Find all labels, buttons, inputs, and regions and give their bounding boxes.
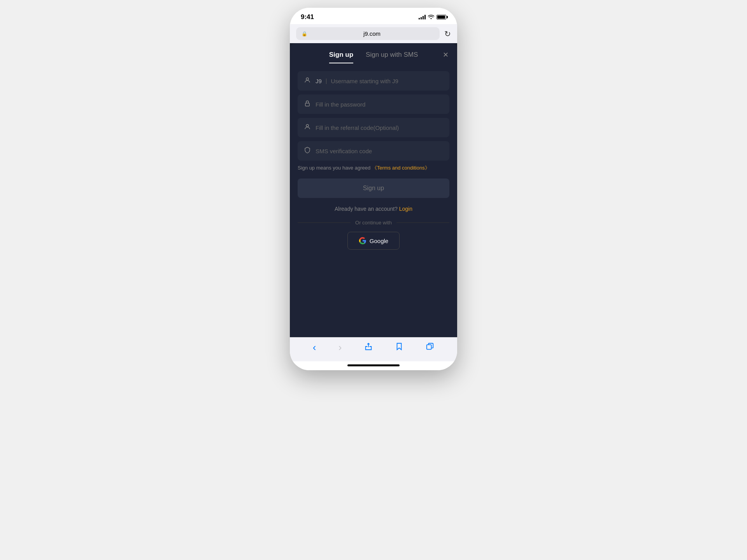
sms-input[interactable] [316,148,443,154]
sms-field-group [298,141,449,161]
username-prefix: J9 [316,78,322,84]
main-content: ✕ Sign up Sign up with SMS J9 | [290,43,457,337]
input-divider: | [326,78,327,84]
signup-button[interactable]: Sign up [298,178,449,198]
google-label: Google [370,238,388,244]
svg-point-2 [306,124,309,127]
status-icons [419,14,446,20]
url-text: j9.com [310,30,434,37]
referral-icon [304,123,312,132]
password-input[interactable] [316,101,443,108]
tabs-button[interactable] [426,342,434,353]
status-bar: 9:41 [290,8,457,24]
lock-field-icon [304,100,312,108]
url-bar[interactable]: 🔒 j9.com [296,27,440,40]
svg-point-0 [306,78,309,80]
share-button[interactable] [364,342,373,353]
close-button[interactable]: ✕ [440,49,451,60]
wifi-icon [428,14,434,20]
divider: Or continue with [290,217,457,229]
divider-line-left [298,222,351,223]
browser-bar: 🔒 j9.com ↻ [290,24,457,43]
divider-line-right [396,222,449,223]
password-field-group [298,94,449,114]
user-icon [304,77,312,85]
phone-frame: 9:41 🔒 j9.com ↻ [290,8,457,370]
google-button[interactable]: Google [347,232,400,250]
home-bar [347,364,400,366]
divider-text: Or continue with [355,220,392,226]
form-container: J9 | [290,63,457,161]
back-button[interactable]: ‹ [313,341,316,354]
terms-text: Sign up means you have agreed 《Terms and… [290,161,457,175]
referral-field-group [298,118,449,137]
username-field-group: J9 | [298,71,449,91]
home-indicator [290,361,457,370]
referral-input[interactable] [316,124,443,131]
login-link[interactable]: Login [399,206,412,212]
terms-prefix: Sign up means you have agreed [298,165,372,171]
signal-icon [419,15,426,19]
svg-rect-3 [427,345,431,349]
browser-nav: ‹ › [290,337,457,361]
already-account-text: Already have an account? [335,206,399,212]
tab-signup[interactable]: Sign up [329,51,353,63]
forward-button[interactable]: › [338,341,342,354]
tab-signup-sms[interactable]: Sign up with SMS [366,51,418,63]
modal: ✕ Sign up Sign up with SMS J9 | [290,43,457,337]
status-time: 9:41 [301,13,314,21]
lock-icon: 🔒 [302,31,307,37]
bookmark-button[interactable] [395,342,403,353]
shield-icon [304,147,312,155]
tab-bar: Sign up Sign up with SMS [290,43,457,63]
login-text: Already have an account? Login [290,201,457,217]
refresh-icon[interactable]: ↻ [444,29,451,38]
svg-rect-1 [305,103,310,106]
username-input[interactable] [331,78,443,84]
terms-link[interactable]: 《Terms and conditions》 [372,165,430,171]
google-logo-icon [359,237,366,245]
battery-icon [437,15,446,19]
